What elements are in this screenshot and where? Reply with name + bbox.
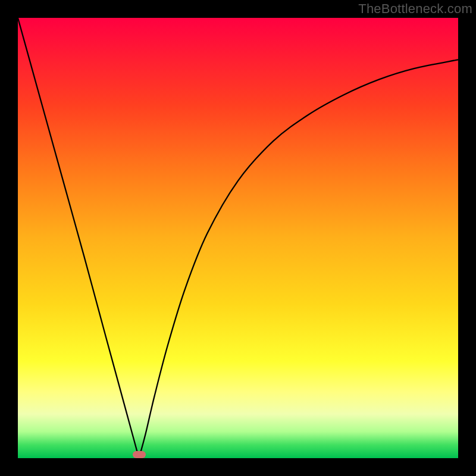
bottleneck-curve [18, 18, 458, 458]
notch-marker [133, 451, 146, 458]
chart-frame: TheBottleneck.com [0, 0, 476, 476]
plot-area [18, 18, 458, 458]
watermark-text: TheBottleneck.com [358, 1, 472, 17]
